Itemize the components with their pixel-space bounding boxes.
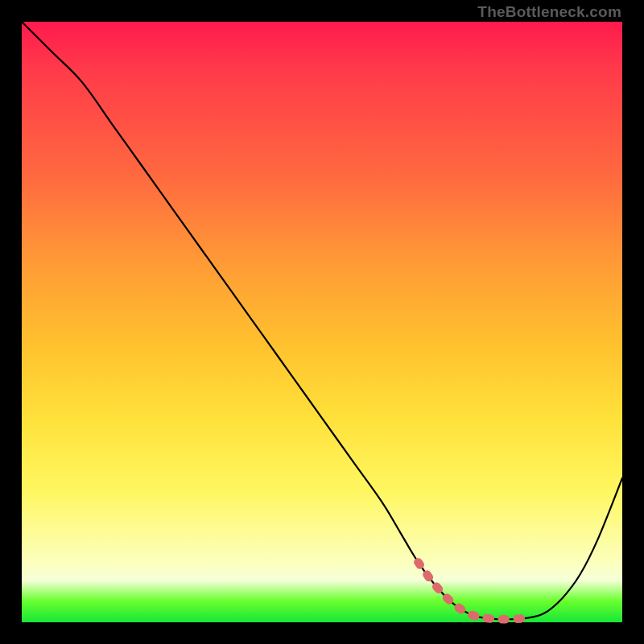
optimal-range-highlight [418,562,532,619]
chart-frame: TheBottleneck.com [0,0,644,644]
bottleneck-curve [22,22,622,619]
watermark-text: TheBottleneck.com [477,3,621,21]
plot-area [22,22,622,622]
curve-layer [22,22,622,622]
